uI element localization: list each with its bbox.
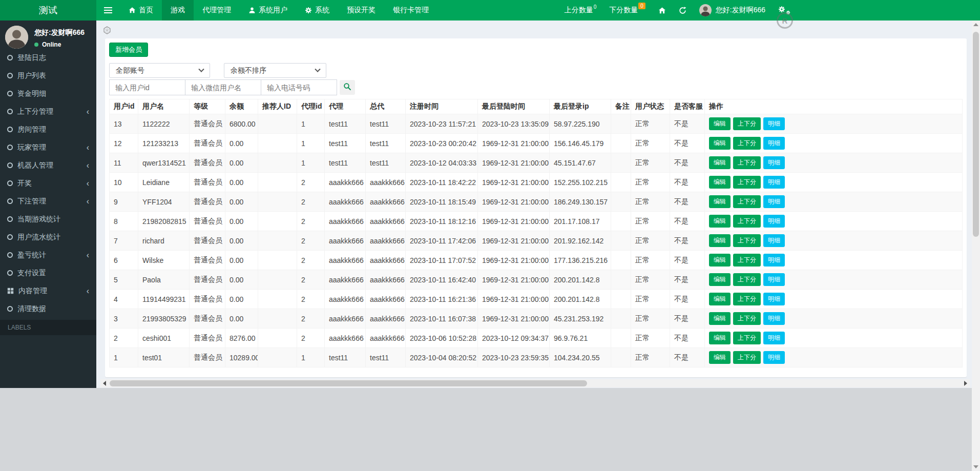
updown-score-button[interactable]: 上下分 bbox=[733, 195, 761, 208]
horizontal-scrollbar-track[interactable] bbox=[109, 379, 962, 387]
edit-button[interactable]: 编辑 bbox=[709, 273, 731, 286]
horizontal-scrollbar[interactable] bbox=[100, 379, 970, 387]
sidebar-item-login-log[interactable]: 登陆日志 bbox=[0, 49, 96, 67]
search-button[interactable] bbox=[340, 80, 355, 95]
detail-button[interactable]: 明细 bbox=[763, 293, 785, 305]
account-filter-select[interactable]: 全部账号 bbox=[109, 63, 210, 78]
avatar bbox=[699, 4, 712, 16]
edit-button[interactable]: 编辑 bbox=[709, 351, 731, 364]
edit-button[interactable]: 编辑 bbox=[709, 195, 731, 208]
updown-score-button[interactable]: 上下分 bbox=[733, 176, 761, 189]
sidebar-item-updown-score-management[interactable]: 上下分管理‹ bbox=[0, 103, 96, 120]
nav-item-system-users[interactable]: 系统用户 bbox=[240, 0, 296, 21]
updown-score-button[interactable]: 上下分 bbox=[733, 215, 761, 228]
detail-button[interactable]: 明细 bbox=[763, 156, 785, 169]
nav-item-system[interactable]: 系统 bbox=[296, 0, 338, 21]
sidebar-item-user-list[interactable]: 用户列表 bbox=[0, 67, 96, 85]
cell-referrer-id bbox=[258, 309, 297, 329]
scroll-down-arrow-icon[interactable] bbox=[972, 463, 980, 471]
updown-score-button[interactable]: 上下分 bbox=[733, 312, 761, 325]
detail-button[interactable]: 明细 bbox=[763, 234, 785, 247]
updown-score-button[interactable]: 上下分 bbox=[733, 332, 761, 344]
updown-score-button[interactable]: 上下分 bbox=[733, 293, 761, 305]
sidebar-item-content-management[interactable]: 内容管理‹ bbox=[0, 282, 96, 300]
edit-button[interactable]: 编辑 bbox=[709, 215, 731, 228]
detail-button[interactable]: 明细 bbox=[763, 117, 785, 130]
nav-item-agent-management[interactable]: 代理管理 bbox=[194, 0, 240, 21]
cell-actions: 编辑上下分明细 bbox=[705, 290, 963, 309]
updown-score-button[interactable]: 上下分 bbox=[733, 117, 761, 130]
detail-button[interactable]: 明细 bbox=[763, 351, 785, 364]
cell-user-status: 正常 bbox=[631, 173, 670, 192]
updown-score-button[interactable]: 上下分 bbox=[733, 273, 761, 286]
edit-button[interactable]: 编辑 bbox=[709, 156, 731, 169]
updown-score-button[interactable]: 上下分 bbox=[733, 254, 761, 267]
sidebar-item-payment-settings[interactable]: 支付设置 bbox=[0, 264, 96, 282]
scroll-right-arrow-icon[interactable] bbox=[962, 379, 970, 387]
vertical-scrollbar-thumb[interactable] bbox=[973, 32, 979, 237]
detail-button[interactable]: 明细 bbox=[763, 332, 785, 344]
scroll-left-arrow-icon[interactable] bbox=[100, 379, 109, 387]
detail-button[interactable]: 明细 bbox=[763, 137, 785, 150]
updown-score-button[interactable]: 上下分 bbox=[733, 156, 761, 169]
cell-last-login-ip: 201.92.162.142 bbox=[550, 231, 611, 251]
sidebar-toggle-button[interactable] bbox=[96, 0, 120, 21]
edit-button[interactable]: 编辑 bbox=[709, 137, 731, 150]
sidebar-item-room-management[interactable]: 房间管理 bbox=[0, 120, 96, 138]
edit-button[interactable]: 编辑 bbox=[709, 176, 731, 189]
sidebar-item-robot-management[interactable]: 机器人管理‹ bbox=[0, 156, 96, 174]
nav-item-home[interactable]: 首页 bbox=[120, 0, 162, 21]
edit-button[interactable]: 编辑 bbox=[709, 234, 731, 247]
edit-button[interactable]: 编辑 bbox=[709, 312, 731, 325]
sidebar-item-clean-data[interactable]: 清理数据 bbox=[0, 300, 96, 318]
user-id-input[interactable] bbox=[109, 79, 185, 95]
refresh-icon[interactable] bbox=[679, 7, 686, 14]
sidebar-item-label: 用户列表 bbox=[17, 71, 46, 80]
detail-button[interactable]: 明细 bbox=[763, 215, 785, 228]
nav-item-games[interactable]: 游戏 bbox=[162, 0, 194, 21]
detail-button[interactable]: 明细 bbox=[763, 195, 785, 208]
detail-button[interactable]: 明细 bbox=[763, 273, 785, 286]
up-score-counter[interactable]: 上分数量0 bbox=[565, 6, 597, 15]
sidebar-item-lottery[interactable]: 开奖‹ bbox=[0, 174, 96, 192]
sidebar-item-profit-loss-stats[interactable]: 盈亏统计‹ bbox=[0, 246, 96, 264]
detail-button[interactable]: 明细 bbox=[763, 254, 785, 267]
add-member-button[interactable]: 新增会员 bbox=[109, 43, 148, 57]
cell-referrer-id bbox=[258, 290, 297, 309]
sidebar-item-user-flow-stats[interactable]: 用户流水统计 bbox=[0, 228, 96, 246]
sidebar-item-player-management[interactable]: 玩家管理‹ bbox=[0, 138, 96, 156]
edit-button[interactable]: 编辑 bbox=[709, 332, 731, 344]
cell-user-status: 正常 bbox=[631, 251, 670, 270]
cell-remark bbox=[611, 192, 631, 212]
sidebar-item-label: 下注管理 bbox=[17, 197, 46, 206]
balance-sort-select[interactable]: 余额不排序 bbox=[224, 63, 326, 78]
edit-button[interactable]: 编辑 bbox=[709, 117, 731, 130]
detail-button[interactable]: 明细 bbox=[763, 176, 785, 189]
sidebar-item-funds-detail[interactable]: 资金明细 bbox=[0, 85, 96, 103]
edit-button[interactable]: 编辑 bbox=[709, 293, 731, 305]
sidebar-item-bet-management[interactable]: 下注管理‹ bbox=[0, 192, 96, 210]
updown-score-button[interactable]: 上下分 bbox=[733, 234, 761, 247]
detail-button[interactable]: 明细 bbox=[763, 312, 785, 325]
updown-score-button[interactable]: 上下分 bbox=[733, 351, 761, 364]
edit-button[interactable]: 编辑 bbox=[709, 254, 731, 267]
updown-score-button[interactable]: 上下分 bbox=[733, 137, 761, 150]
sidebar-item-current-game-stats[interactable]: 当期游戏统计 bbox=[0, 210, 96, 228]
scroll-up-arrow-icon[interactable] bbox=[972, 21, 980, 29]
horizontal-scrollbar-thumb[interactable] bbox=[110, 380, 587, 386]
cell-user-id: 7 bbox=[110, 231, 138, 251]
balance-sort-value: 余额不排序 bbox=[231, 66, 266, 75]
vertical-scrollbar[interactable] bbox=[972, 21, 980, 471]
cell-general-agent: aaakkk666 bbox=[366, 270, 406, 290]
phone-input[interactable] bbox=[261, 79, 337, 95]
sidebar-item-label: 用户流水统计 bbox=[17, 233, 60, 242]
nav-item-preset-lottery[interactable]: 预设开奖 bbox=[338, 0, 384, 21]
sidebar-item-label: 资金明细 bbox=[17, 89, 46, 98]
home-icon[interactable] bbox=[658, 7, 666, 14]
cell-username: 21993805329 bbox=[138, 309, 190, 329]
nav-item-bank-card-management[interactable]: 银行卡管理 bbox=[384, 0, 437, 21]
down-score-counter[interactable]: 下分数量0 bbox=[609, 6, 645, 15]
wechat-name-input[interactable] bbox=[185, 79, 261, 95]
user-menu[interactable]: 您好:发财啊666 bbox=[699, 4, 765, 16]
brand-title[interactable]: 测试 bbox=[0, 0, 96, 21]
